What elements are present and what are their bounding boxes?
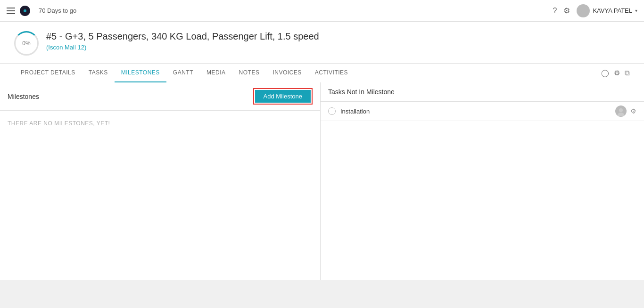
milestones-empty-message: THERE ARE NO MILESTONES, YET! — [0, 111, 320, 136]
tabs-bar: PROJECT DETAILS TASKS MILESTONES GANTT M… — [0, 63, 644, 82]
settings-nav-button[interactable]: ⚙ — [563, 6, 570, 15]
help-button[interactable]: ? — [553, 7, 557, 15]
gear-tab-icon: ⚙ — [614, 69, 620, 77]
tasks-not-in-milestone-panel: Tasks Not In Milestone Installation ⚙ — [321, 82, 644, 280]
task-checkbox[interactable] — [328, 107, 336, 115]
progress-circle: 0% — [14, 31, 39, 56]
hamburger-icon[interactable] — [7, 8, 15, 14]
task-row-right: ⚙ — [615, 105, 636, 117]
navbar-right: ? ⚙ KAVYA PATEL ▾ — [553, 4, 637, 17]
table-row: Installation ⚙ — [321, 102, 644, 121]
svg-point-4 — [619, 108, 623, 112]
chevron-down-icon: ▾ — [635, 8, 637, 13]
tab-activities[interactable]: ACTIVITIES — [308, 64, 355, 82]
page-content: 0% #5 - G+3, 5 Passengers, 340 KG Load, … — [0, 22, 644, 63]
project-header: 0% #5 - G+3, 5 Passengers, 340 KG Load, … — [14, 31, 630, 63]
milestones-panel-title: Milestones — [8, 93, 39, 100]
main-area: Milestones Add Milestone THERE ARE NO MI… — [0, 82, 644, 280]
user-name: KAVYA PATEL — [593, 7, 632, 14]
tabs-right: ◯ ⚙ ⧉ — [601, 69, 630, 77]
export-button[interactable]: ⧉ — [625, 69, 630, 77]
help-icon: ? — [553, 7, 557, 15]
milestones-panel-header: Milestones Add Milestone — [0, 82, 320, 111]
task-name: Installation — [340, 108, 611, 115]
navbar-left: 70 Days to go — [7, 6, 76, 16]
progress-percent: 0% — [22, 40, 30, 47]
task-settings-button[interactable]: ⚙ — [630, 107, 636, 115]
app-logo — [20, 6, 30, 16]
milestones-panel: Milestones Add Milestone THERE ARE NO MI… — [0, 82, 321, 280]
svg-point-2 — [581, 8, 586, 12]
tab-invoices[interactable]: INVOICES — [266, 64, 308, 82]
gear-icon: ⚙ — [563, 6, 570, 15]
svg-point-3 — [579, 13, 587, 16]
project-title: #5 - G+3, 5 Passengers, 340 KG Load, Pas… — [46, 31, 319, 42]
task-gear-icon: ⚙ — [630, 107, 636, 115]
tab-project-details[interactable]: PROJECT DETAILS — [14, 64, 82, 82]
tab-tasks[interactable]: TASKS — [82, 64, 115, 82]
svg-point-5 — [618, 113, 624, 116]
tab-gantt[interactable]: GANTT — [166, 64, 200, 82]
navbar: 70 Days to go ? ⚙ KAVYA PATEL ▾ — [0, 0, 644, 22]
user-area[interactable]: KAVYA PATEL ▾ — [577, 4, 637, 17]
tasks-panel-header: Tasks Not In Milestone — [321, 82, 644, 102]
settings-tab-button[interactable]: ⚙ — [614, 69, 620, 77]
project-subtitle: (Iscon Mall 12) — [46, 44, 319, 51]
tab-notes[interactable]: NOTES — [232, 64, 266, 82]
add-milestone-btn-wrapper: Add Milestone — [253, 88, 313, 105]
tab-milestones[interactable]: MILESTONES — [115, 64, 166, 82]
tabs-left: PROJECT DETAILS TASKS MILESTONES GANTT M… — [14, 64, 601, 82]
task-avatar — [615, 105, 627, 117]
add-milestone-button[interactable]: Add Milestone — [255, 90, 311, 103]
navbar-days: 70 Days to go — [39, 7, 76, 14]
export-icon: ⧉ — [625, 69, 630, 77]
refresh-button[interactable]: ◯ — [601, 69, 609, 77]
project-info: #5 - G+3, 5 Passengers, 340 KG Load, Pas… — [46, 31, 319, 51]
svg-point-1 — [24, 9, 26, 12]
tab-media[interactable]: MEDIA — [200, 64, 232, 82]
avatar — [577, 4, 590, 17]
refresh-icon: ◯ — [601, 69, 609, 77]
